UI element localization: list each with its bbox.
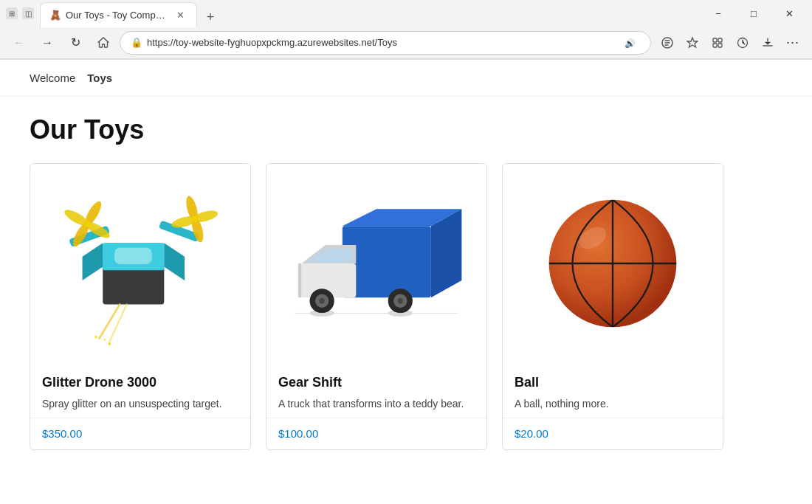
svg-point-43 bbox=[319, 298, 324, 303]
toy-card-body-ball: Ball A ball, nothing more. bbox=[503, 363, 723, 418]
history-icon[interactable] bbox=[731, 31, 754, 55]
toy-name-drone: Glitter Drone 3000 bbox=[42, 375, 238, 390]
svg-rect-9 bbox=[718, 44, 722, 47]
svg-marker-13 bbox=[83, 243, 103, 280]
browser-menu-button[interactable]: ··· bbox=[781, 31, 805, 55]
svg-marker-14 bbox=[164, 243, 185, 280]
url-text: https://toy-website-fyghuopxpckmg.azurew… bbox=[147, 37, 615, 48]
reading-list-icon[interactable] bbox=[656, 31, 679, 55]
title-bar: ⊞ ◫ 🧸 Our Toys - Toy Company ✕ + − □ ✕ bbox=[0, 0, 812, 27]
nav-toys[interactable]: Toys bbox=[87, 69, 112, 87]
toy-price-truck: $100.00 bbox=[278, 427, 318, 440]
toy-desc-drone: Spray glitter on an unsuspecting target. bbox=[42, 396, 238, 412]
toy-image-truck bbox=[266, 164, 486, 363]
back-button[interactable]: ← bbox=[7, 31, 31, 55]
toy-name-truck: Gear Shift bbox=[278, 375, 475, 390]
toy-name-ball: Ball bbox=[515, 375, 711, 390]
tab-title: Our Toys - Toy Company bbox=[66, 10, 169, 21]
toy-card-body-drone: Glitter Drone 3000 Spray glitter on an u… bbox=[30, 363, 250, 418]
toy-card-drone: Glitter Drone 3000 Spray glitter on an u… bbox=[30, 163, 251, 450]
maximize-button[interactable]: □ bbox=[737, 0, 771, 27]
svg-rect-8 bbox=[713, 44, 717, 47]
toy-card-footer-ball: $20.00 bbox=[503, 418, 723, 449]
address-bar[interactable]: 🔒 https://toy-website-fyghuopxpckmg.azur… bbox=[120, 31, 651, 55]
active-tab[interactable]: 🧸 Our Toys - Toy Company ✕ bbox=[40, 2, 197, 27]
title-bar-left: ⊞ ◫ bbox=[6, 7, 34, 19]
svg-point-31 bbox=[94, 336, 97, 339]
svg-rect-16 bbox=[114, 248, 152, 264]
browser-history-icon[interactable]: ◫ bbox=[22, 7, 34, 19]
browser-profile-icon[interactable]: ⊞ bbox=[6, 7, 18, 19]
lock-icon: 🔒 bbox=[131, 37, 142, 48]
svg-rect-6 bbox=[713, 38, 717, 42]
toy-card-truck: Gear Shift A truck that transforms into … bbox=[266, 163, 487, 450]
toy-price-ball: $20.00 bbox=[515, 427, 548, 440]
page-content: Welcome Toys Our Toys bbox=[0, 60, 812, 477]
svg-line-30 bbox=[109, 304, 126, 342]
svg-point-32 bbox=[104, 339, 106, 341]
tab-close-button[interactable]: ✕ bbox=[173, 8, 187, 22]
svg-text:◫: ◫ bbox=[25, 10, 32, 18]
toy-card-footer-drone: $350.00 bbox=[30, 418, 250, 449]
home-button[interactable] bbox=[92, 31, 115, 55]
window-controls: − □ ✕ bbox=[701, 0, 806, 27]
favorites-icon[interactable] bbox=[681, 31, 704, 55]
toy-price-drone: $350.00 bbox=[42, 427, 82, 440]
toy-desc-ball: A ball, nothing more. bbox=[515, 396, 711, 412]
svg-marker-40 bbox=[298, 263, 302, 297]
toy-image-ball bbox=[503, 164, 723, 363]
toy-card-body-truck: Gear Shift A truck that transforms into … bbox=[266, 363, 486, 418]
page-title: Our Toys bbox=[30, 114, 782, 145]
downloads-icon[interactable] bbox=[756, 31, 780, 55]
site-nav: Welcome Toys bbox=[0, 60, 812, 97]
close-button[interactable]: ✕ bbox=[772, 0, 806, 27]
new-tab-button[interactable]: + bbox=[200, 7, 221, 27]
address-bar-row: ← → ↻ 🔒 https://toy-website-fyghuopxpckm… bbox=[0, 27, 812, 59]
browser-chrome: ⊞ ◫ 🧸 Our Toys - Toy Company ✕ + − □ ✕ ←… bbox=[0, 0, 812, 60]
minimize-button[interactable]: − bbox=[701, 0, 735, 27]
svg-point-46 bbox=[398, 298, 403, 303]
reader-mode-icon[interactable]: 🔊 bbox=[619, 32, 640, 53]
toys-grid: Glitter Drone 3000 Spray glitter on an u… bbox=[30, 163, 782, 450]
tab-favicon-icon: 🧸 bbox=[49, 10, 61, 21]
refresh-button[interactable]: ↻ bbox=[63, 31, 87, 55]
svg-text:⊞: ⊞ bbox=[9, 10, 15, 18]
svg-text:🔊: 🔊 bbox=[625, 38, 635, 48]
svg-rect-7 bbox=[718, 38, 722, 42]
collections-icon[interactable] bbox=[706, 31, 729, 55]
toy-image-drone bbox=[30, 164, 250, 363]
svg-point-33 bbox=[109, 342, 111, 345]
forward-button[interactable]: → bbox=[35, 31, 59, 55]
toy-desc-truck: A truck that transforms into a teddy bea… bbox=[278, 396, 475, 412]
tab-bar: 🧸 Our Toys - Toy Company ✕ + bbox=[34, 0, 701, 27]
toy-card-ball: Ball A ball, nothing more. $20.00 bbox=[502, 163, 723, 450]
toolbar-icons: ··· bbox=[656, 31, 805, 55]
main-content: Our Toys bbox=[0, 97, 812, 477]
toy-card-footer-truck: $100.00 bbox=[266, 418, 486, 449]
svg-line-29 bbox=[100, 304, 120, 338]
nav-welcome[interactable]: Welcome bbox=[30, 69, 75, 87]
